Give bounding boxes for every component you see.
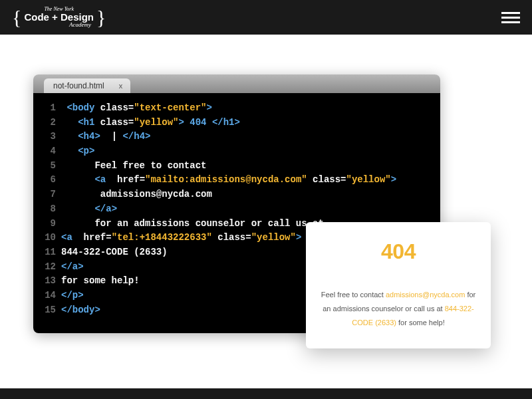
logo[interactable]: { The New York Code + Design Academy }: [12, 7, 106, 28]
email-link[interactable]: admissions@nycda.com: [386, 291, 465, 299]
code-token: href=: [117, 174, 145, 185]
code-content: 844-322-CODE (2633): [61, 245, 168, 260]
tab-close-button[interactable]: x: [116, 82, 126, 90]
code-token: [61, 131, 78, 142]
line-number: 12: [40, 260, 56, 275]
code-token: class=: [217, 232, 251, 243]
code-content: </a>: [61, 202, 117, 217]
hamburger-bar-icon: [501, 21, 520, 23]
code-token: </p>: [61, 290, 84, 301]
code-token: [61, 146, 78, 156]
code-token: </body>: [61, 305, 100, 315]
code-content: </a>: [61, 260, 84, 275]
code-token: <a: [94, 174, 117, 185]
code-content: Feel free to contact: [61, 159, 206, 174]
logo-text: The New York Code + Design Academy: [24, 7, 94, 28]
code-token: <body: [66, 102, 100, 113]
code-token: <a: [61, 232, 84, 243]
code-line: 6 <a href="mailto:admissions@nycda.com" …: [40, 173, 434, 188]
code-token: "tel:+18443222633": [112, 232, 218, 243]
code-token: >: [206, 102, 211, 113]
code-content: <a href="mailto:admissions@nycda.com" cl…: [61, 173, 396, 188]
error-card: 404 Feel free to contact admissions@nycd…: [306, 222, 491, 348]
code-token: for an admissions counselor or call us a…: [61, 218, 324, 229]
code-token: |: [100, 131, 123, 142]
code-token: class=: [100, 117, 134, 128]
code-content: for an admissions counselor or call us a…: [61, 217, 324, 231]
error-message: Feel free to contact admissions@nycda.co…: [321, 288, 476, 330]
code-token: [61, 174, 94, 185]
error-title: 404: [321, 239, 476, 264]
hamburger-bar-icon: [501, 12, 520, 14]
editor-tabbar: not-found.html x: [33, 74, 440, 93]
code-token: Feel free to contact: [61, 160, 206, 171]
editor-tab[interactable]: not-found.html x: [44, 78, 130, 93]
code-token: for some help!: [61, 275, 140, 286]
code-content: </p>: [61, 289, 84, 303]
code-content: </body>: [61, 303, 100, 318]
line-number: 5: [40, 159, 56, 174]
code-token: > 404 </h1>: [178, 117, 239, 128]
hamburger-menu-button[interactable]: [501, 12, 520, 23]
line-number: 15: [40, 303, 56, 318]
code-token: </a>: [94, 203, 117, 214]
line-number: 6: [40, 173, 56, 188]
logo-line-3: Academy: [69, 22, 91, 28]
code-token: </a>: [61, 261, 84, 272]
code-content: <a href="tel:+18443222633" class="yellow…: [61, 231, 301, 245]
site-footer: [0, 388, 532, 399]
code-token: </h4>: [122, 131, 150, 142]
main-content: not-found.html x 1 <body class="text-cen…: [0, 35, 532, 333]
code-token: admissions@nycda.com: [61, 189, 212, 200]
code-line: 4 <p>: [40, 144, 434, 159]
code-content: <body class="text-center">: [61, 101, 212, 116]
code-token: "mailto:admissions@nycda.com": [145, 174, 313, 185]
code-token: class=: [100, 102, 134, 113]
code-content: for some help!: [61, 274, 140, 289]
code-content: <h1 class="yellow"> 404 </h1>: [61, 116, 240, 130]
code-line: 1 <body class="text-center">: [40, 101, 434, 116]
code-token: >: [296, 232, 301, 243]
site-header: { The New York Code + Design Academy }: [0, 0, 532, 35]
line-number: 3: [40, 130, 56, 144]
line-number: 8: [40, 202, 56, 217]
code-token: "yellow": [346, 174, 391, 185]
code-token: 844-322-CODE (2633): [61, 247, 168, 257]
hamburger-bar-icon: [501, 17, 520, 19]
code-content: <p>: [61, 144, 94, 159]
error-text: for some help!: [396, 319, 445, 327]
code-token: "yellow": [251, 232, 296, 243]
brace-left-icon: {: [12, 7, 21, 27]
line-number: 7: [40, 188, 56, 202]
error-text: Feel free to contact: [321, 291, 386, 299]
line-number: 14: [40, 289, 56, 303]
code-content: <h4> | </h4>: [61, 130, 150, 144]
line-number: 10: [40, 231, 56, 245]
line-number: 4: [40, 144, 56, 159]
tab-filename: not-found.html: [53, 81, 104, 90]
code-token: [61, 203, 94, 214]
line-number: 9: [40, 217, 56, 231]
brace-right-icon: }: [96, 7, 106, 27]
code-token: class=: [313, 174, 346, 185]
code-line: 7 admissions@nycda.com: [40, 188, 434, 202]
code-token: href=: [84, 232, 112, 243]
code-line: 5 Feel free to contact: [40, 159, 434, 174]
line-number: 2: [40, 116, 56, 130]
code-line: 2 <h1 class="yellow"> 404 </h1>: [40, 116, 434, 130]
code-token: <p>: [78, 146, 94, 156]
line-number: 11: [40, 245, 56, 260]
code-token: "yellow": [134, 117, 178, 128]
code-token: <h1: [78, 117, 100, 128]
line-number: 13: [40, 274, 56, 289]
logo-line-2: Code + Design: [24, 12, 94, 22]
line-number: 1: [40, 101, 56, 116]
code-token: "text-center": [134, 102, 206, 113]
code-token: >: [391, 174, 396, 185]
code-line: 8 </a>: [40, 202, 434, 217]
code-content: admissions@nycda.com: [61, 188, 212, 202]
code-line: 3 <h4> | </h4>: [40, 130, 434, 144]
code-token: <h4>: [78, 131, 100, 142]
code-token: [61, 117, 78, 128]
